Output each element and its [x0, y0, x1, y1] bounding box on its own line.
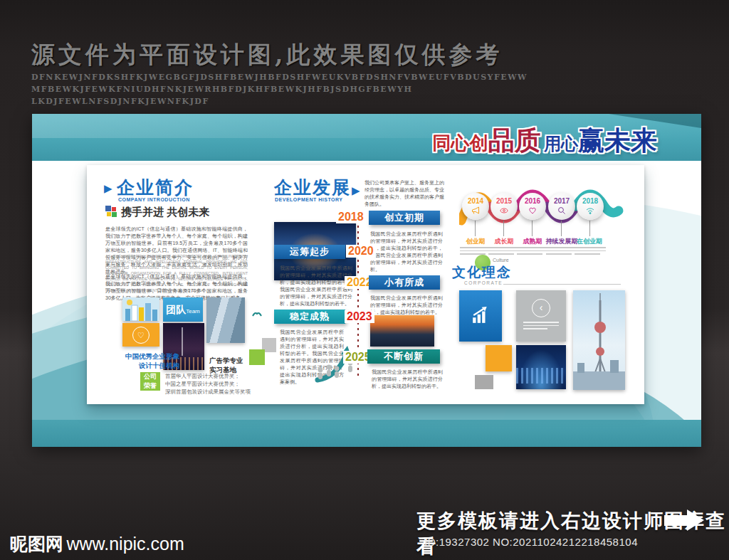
- yellow-tile: [486, 345, 512, 371]
- timeline-year: 2018: [336, 211, 366, 223]
- slogan-part2: 品质: [488, 126, 541, 155]
- phase-note-lines: [575, 247, 606, 255]
- phase-stem: [532, 221, 533, 236]
- phase-stem: [475, 221, 476, 236]
- site-url: www.nipic.com: [66, 534, 184, 554]
- timeline-stage-text: 我国民营企业发展历程中所遇到的管理障碍，并对其实质进行分析，提出实现趋利转型的若…: [370, 295, 443, 316]
- phase-note-lines: [488, 247, 520, 255]
- watermark-line: MFBEWKJFEWKFNIUDHFNKJEWRHBFDJKHFBEWKJHFB…: [31, 83, 528, 95]
- deco-square-gray-small: [475, 375, 493, 389]
- intro-subtitle: COMPANY INTRODUCTION: [118, 197, 190, 202]
- bar-chart-icon: [471, 306, 490, 324]
- phase-year: 2015: [491, 197, 518, 205]
- honor-list: 首届华人平面设计大赛优异奖； 中国之星平面设计大赛优异奖； 深圳首届包装设计成果…: [165, 372, 265, 396]
- phase-circle-2015: 2015: [491, 193, 518, 220]
- heart-icon: [528, 205, 537, 217]
- timeline-stage-text: 我国民营企业发展历程中所遇到的管理障碍，并对其实质进行分析，提出实现趋利转型的若…: [372, 369, 443, 390]
- award-text: 中国优秀企业形象 设计十佳机构: [107, 352, 179, 370]
- honor-item: 中国之星平面设计大赛优异奖；: [165, 380, 265, 388]
- site-watermark: 昵图网 www.nipic.com: [10, 532, 184, 556]
- sunset-photo: [370, 315, 434, 347]
- slogan-part1: 同心创: [433, 132, 488, 154]
- site-name: 昵图网: [10, 534, 63, 554]
- phase-year: 2018: [577, 197, 604, 205]
- wifi-icon: [586, 205, 594, 217]
- timeline-stage-banner: 运筹起步: [274, 245, 345, 259]
- play-arrow-icon: ▶: [352, 184, 360, 197]
- honor-item: 首届华人平面设计大赛优异奖；: [165, 372, 265, 380]
- watermark-line: DFNKEWJNFDKSHFKJWEGBGFJDSHFBEWJHBFDSHFWE…: [31, 71, 528, 83]
- blue-skyline-photo: [516, 345, 566, 389]
- slogan-part4: 赢未来: [578, 126, 657, 155]
- main-slogan: 同心创品质 用心赢未来: [433, 123, 657, 159]
- timeline-stage-banner: 稳定成熟: [274, 310, 345, 324]
- phase-note-lines: [546, 247, 577, 255]
- play-arrow-icon: ▶: [104, 182, 112, 195]
- honor-item: 深圳首届包装设计成果展金奖等奖项: [165, 388, 265, 396]
- team-tile: 团队Team: [163, 297, 203, 322]
- culture-divider-line: [503, 284, 621, 285]
- phase-circle-2014: 2014: [462, 193, 489, 220]
- deco-square-green: [249, 349, 265, 365]
- culture-title: 文化理念: [452, 263, 512, 282]
- culture-en-label: Culture: [493, 258, 509, 263]
- bird-icon: [252, 307, 262, 320]
- pearl-tower-photo: [573, 290, 625, 390]
- dev-intro-text: 我们公司秉承客户至上、服务至上的经营理念，以卓越的服务品质、专业的技术服务实力、…: [364, 179, 444, 208]
- intro-slogan: 携手并进 共创未来: [121, 206, 209, 219]
- phase-note-lines: [517, 247, 548, 255]
- phase-stem: [589, 221, 590, 236]
- eye-icon: [500, 205, 508, 217]
- phase-year: 2017: [548, 197, 575, 205]
- flat-city-illustration: [122, 297, 159, 321]
- timeline-stage-banner: 创立初期: [369, 211, 440, 225]
- megaphone-icon: [471, 205, 480, 217]
- phase-circle-2018: 2018: [577, 193, 604, 220]
- culture-wall-board: 同心创品质 用心赢未来 ▶ 企业简介 COMPANY INTRODUCTION: [32, 114, 701, 447]
- tile-note-lines: [523, 322, 559, 329]
- search-icon: [557, 205, 566, 217]
- culture-subtitle: CORPORATE: [464, 280, 503, 285]
- team-label: 团队: [166, 304, 186, 315]
- growth-chart-tile: [459, 290, 502, 342]
- timeline-stage-banner: 小有所成: [369, 275, 440, 290]
- honor-badge: 公司 荣誉: [140, 372, 160, 391]
- watermark-letter-block: DFNKEWJNFDKSHFKJWEGBGFJDSHFBEWJHBFDSHFWE…: [31, 71, 528, 107]
- timeline-stage-text: 我国民营企业发展历程中所遇到的管理障碍，并对其实质进行分析，提出实现趋利转型的若…: [370, 231, 443, 273]
- timeline-stage-text: 我国民营企业发展历程中所遇到的管理障碍，并对其实质进行分析，提出实现趋利转型的若…: [280, 265, 352, 307]
- board-top-band: 同心创品质 用心赢未来: [32, 114, 701, 161]
- design-preview-stage: 源文件为平面设计图,此效果图仅供参考 DFNKEWJNFDKSHFKJWEGBG…: [0, 0, 729, 560]
- timeline-year: 2020: [346, 245, 376, 258]
- timeline-year: 2023: [345, 310, 374, 323]
- team-label-en: Team: [186, 308, 200, 315]
- skyline-bars: [516, 368, 566, 384]
- phase-year: 2016: [519, 197, 546, 205]
- phase-circle-2017: 2017: [548, 193, 575, 220]
- phase-label: 在创业期: [568, 237, 611, 246]
- content-panel: ▶ 企业简介 COMPANY INTRODUCTION 携手并进 共创未来 是全…: [87, 165, 644, 404]
- chevron-left-icon: ‹: [532, 299, 550, 317]
- phase-stem: [503, 221, 504, 236]
- skyscraper-photo: [206, 297, 245, 343]
- heart-icon: ♡: [132, 327, 150, 344]
- dev-subtitle: DEVELOPMENT HISTORY: [275, 197, 342, 202]
- board-bottom-band: [32, 420, 701, 447]
- heart-tile: ♡: [122, 323, 159, 347]
- phase-circle-2016: 2016: [519, 193, 546, 220]
- intro-title: 企业简介: [117, 176, 194, 199]
- timeline-stage-banner: 不断创新: [367, 349, 440, 364]
- slogan-part3: 用心: [544, 134, 578, 153]
- phase-note-lines: [460, 247, 491, 255]
- logo-squares-icon: [105, 206, 117, 217]
- dev-title: 企业发展: [274, 176, 351, 199]
- arrow-right-icon: [664, 509, 714, 532]
- image-id-text: ID:19327302 NO:20211024212218458104: [424, 536, 638, 548]
- watermark-line: LKDJFEWLNFSDJNFKJEWNFKJDF: [31, 95, 528, 107]
- tower-silhouette: [182, 327, 183, 356]
- phase-stem: [561, 221, 562, 236]
- gray-info-tile: ‹: [516, 290, 566, 342]
- watermark-title: 源文件为平面设计图,此效果图仅供参考: [31, 39, 503, 71]
- phase-year: 2014: [462, 197, 489, 205]
